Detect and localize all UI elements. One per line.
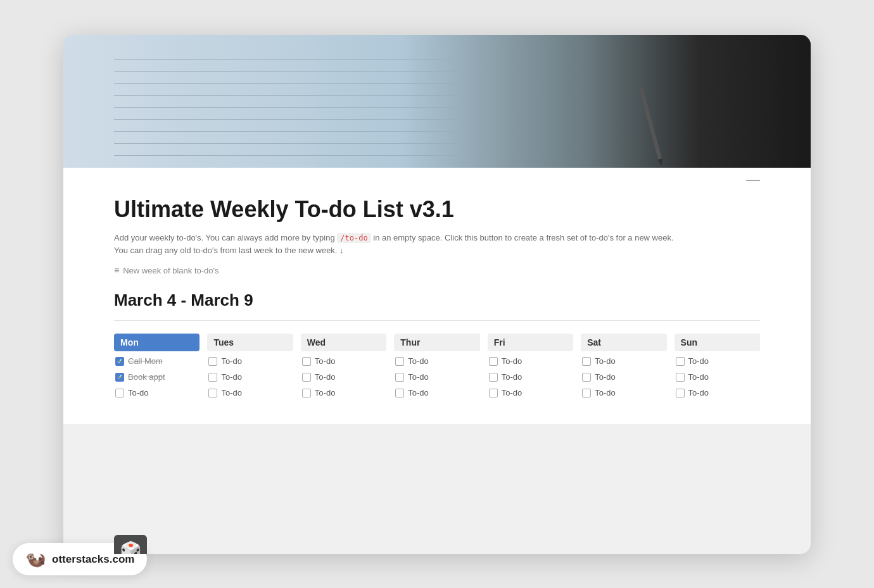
todo-item: To-do (207, 355, 293, 367)
day-column-mon: MonCall MomBook apptTo-do (114, 334, 200, 399)
day-header-thur: Thur (394, 334, 479, 351)
todo-item: To-do (207, 387, 293, 399)
checkbox[interactable] (489, 373, 498, 382)
todo-label: To-do (502, 388, 522, 397)
todo-label: To-do (688, 372, 709, 382)
todo-item: To-do (301, 355, 386, 367)
checkbox[interactable] (302, 389, 311, 397)
todo-item: To-do (674, 387, 760, 399)
checkbox[interactable] (115, 373, 124, 382)
todo-label: To-do (315, 388, 336, 397)
todo-item: To-do (674, 355, 760, 367)
todo-label: To-do (221, 388, 242, 397)
todo-label: To-do (128, 388, 149, 397)
page-title: Ultimate Weekly To-do List v3.1 (114, 196, 760, 223)
todo-label: To-do (221, 372, 242, 382)
day-column-sun: SunTo-doTo-doTo-do (674, 334, 760, 399)
page-wrapper: 🎲 — Ultimate Weekly To-do List v3.1 Add … (63, 35, 811, 554)
checkbox[interactable] (676, 357, 685, 366)
week-divider (114, 320, 760, 321)
day-header-wed: Wed (301, 334, 386, 351)
checkbox[interactable] (395, 357, 404, 366)
todo-label: To-do (221, 356, 242, 366)
todo-item: To-do (488, 371, 573, 383)
todo-label: To-do (408, 372, 429, 382)
new-week-label: New week of blank to-do's (123, 266, 218, 275)
otter-icon: 🦦 (25, 549, 46, 569)
day-header-sat: Sat (581, 334, 666, 351)
todo-item: To-do (114, 387, 200, 399)
checkbox[interactable] (489, 357, 498, 366)
todo-label: To-do (502, 372, 522, 382)
days-grid: MonCall MomBook apptTo-doTuesTo-doTo-doT… (114, 334, 760, 399)
day-column-thur: ThurTo-doTo-doTo-do (394, 334, 479, 399)
todo-item: To-do (488, 355, 573, 367)
checkbox[interactable] (676, 373, 685, 382)
todo-label: To-do (408, 388, 429, 397)
todo-item: To-do (394, 355, 479, 367)
todo-label: Call Mom (128, 356, 163, 366)
todo-item: To-do (581, 371, 666, 383)
checkbox[interactable] (208, 389, 217, 397)
checkbox[interactable] (676, 389, 685, 397)
minimize-button[interactable]: — (746, 173, 760, 187)
content-area: Ultimate Weekly To-do List v3.1 Add your… (63, 168, 811, 425)
todo-label: To-do (315, 356, 336, 366)
day-header-sun: Sun (674, 334, 760, 351)
checkbox[interactable] (208, 373, 217, 382)
day-column-sat: SatTo-doTo-doTo-do (581, 334, 666, 399)
todo-label: To-do (408, 356, 429, 366)
day-header-fri: Fri (488, 334, 573, 351)
checkbox[interactable] (302, 373, 311, 382)
checkbox[interactable] (208, 357, 217, 366)
todo-item: To-do (581, 355, 666, 367)
minimize-label: — (746, 172, 760, 187)
checkbox[interactable] (582, 357, 591, 366)
todo-item: To-do (394, 371, 479, 383)
new-week-icon: ≡ (114, 265, 119, 275)
todo-item: To-do (301, 387, 386, 399)
todo-item: To-do (581, 387, 666, 399)
checkbox[interactable] (115, 389, 124, 397)
todo-item: To-do (394, 387, 479, 399)
checkbox[interactable] (115, 357, 124, 366)
checkbox[interactable] (302, 357, 311, 366)
day-header-mon: Mon (114, 334, 200, 351)
todo-label: To-do (502, 356, 522, 366)
page-icon: 🎲 (114, 535, 147, 554)
day-column-fri: FriTo-doTo-doTo-do (488, 334, 573, 399)
description-prefix: Add your weekly to-do's. You can always … (114, 233, 335, 242)
page-icon-emoji: 🎲 (120, 541, 142, 554)
checkbox[interactable] (582, 389, 591, 397)
page-description: Add your weekly to-do's. You can always … (114, 232, 684, 258)
cover-lines (114, 47, 462, 161)
todo-label: To-do (688, 388, 709, 397)
todo-item: Book appt (114, 371, 200, 383)
todo-item: To-do (488, 387, 573, 399)
checkbox[interactable] (582, 373, 591, 382)
todo-item: To-do (674, 371, 760, 383)
todo-item: To-do (301, 371, 386, 383)
todo-label: To-do (595, 372, 616, 382)
checkbox[interactable] (395, 373, 404, 382)
todo-label: To-do (595, 388, 616, 397)
day-column-wed: WedTo-doTo-doTo-do (301, 334, 386, 399)
checkbox[interactable] (395, 389, 404, 397)
todo-label: To-do (595, 356, 616, 366)
description-code: /to-do (337, 233, 370, 243)
day-header-tues: Tues (207, 334, 293, 351)
cover-image (63, 35, 811, 168)
todo-label: To-do (315, 372, 336, 382)
checkbox[interactable] (489, 389, 498, 397)
todo-item: To-do (207, 371, 293, 383)
week-header: March 4 - March 9 (114, 291, 760, 310)
todo-label: Book appt (128, 372, 165, 382)
todo-item: Call Mom (114, 355, 200, 367)
todo-label: To-do (688, 356, 709, 366)
new-week-button[interactable]: ≡ New week of blank to-do's (114, 265, 219, 275)
day-column-tues: TuesTo-doTo-doTo-do (207, 334, 293, 399)
watermark-site: otterstacks.com (52, 553, 134, 566)
